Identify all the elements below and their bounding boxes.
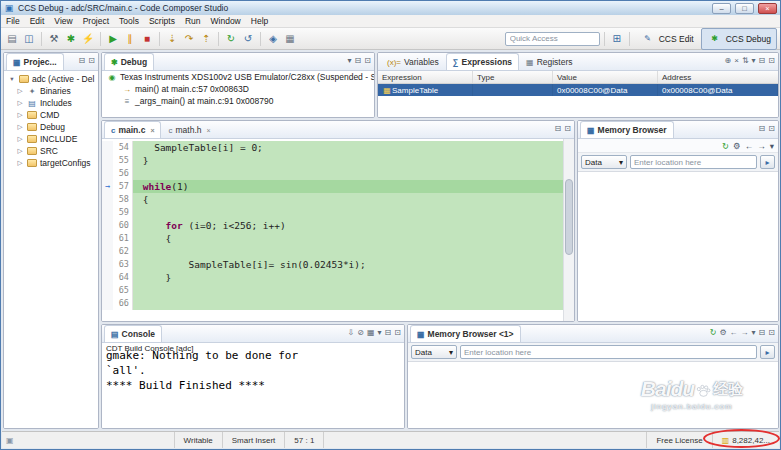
status-license[interactable]: Free License [646, 432, 712, 448]
back-icon[interactable]: ← [730, 328, 738, 337]
tab-math-h[interactable]: c math.h × [161, 121, 217, 138]
registers-button[interactable]: ▦ [282, 31, 298, 47]
terminate-button[interactable]: ■ [139, 31, 155, 47]
menu-help[interactable]: Help [246, 15, 273, 27]
flash-button[interactable]: ⚡ [80, 31, 96, 47]
memory-location-input[interactable] [460, 345, 757, 359]
gear-icon[interactable]: ⚙ [719, 328, 726, 337]
new-target-config-button[interactable]: ◈ [265, 31, 281, 47]
menu-view[interactable]: View [49, 15, 77, 27]
code-text[interactable]: { [133, 193, 574, 206]
code-line[interactable]: 58 { [102, 193, 574, 206]
tab-registers[interactable]: ▦ Registers [519, 53, 579, 70]
tree-item-project-adc[interactable]: ▾ adc (Active - Del [4, 73, 98, 85]
collapse-icon[interactable]: ▾ [8, 75, 16, 83]
minimize-button[interactable]: – [712, 3, 731, 14]
breakpoint-gutter[interactable] [102, 258, 113, 271]
tree-item-src[interactable]: ▷ SRC [4, 145, 98, 157]
code-editor[interactable]: 54 SampleTable[i] = 0; 55 } 56 →57 while… [102, 139, 574, 321]
new-button[interactable]: ▤ [4, 31, 20, 47]
breakpoint-gutter[interactable] [102, 232, 113, 245]
tree-item-cmd[interactable]: ▷ CMD [4, 109, 98, 121]
code-line[interactable]: 56 [102, 167, 574, 180]
view-menu-icon[interactable]: ▾ [348, 56, 352, 65]
code-text[interactable] [133, 284, 574, 297]
console-output[interactable]: gmake: Nothing to be done for`all'.**** … [102, 348, 404, 393]
maximize-panel-icon[interactable]: ⊡ [768, 328, 775, 337]
expand-icon[interactable]: ▷ [16, 87, 24, 95]
minimize-panel-icon[interactable]: ⊟ [759, 124, 766, 133]
memory-location-input[interactable] [630, 155, 757, 169]
memory-space-dropdown[interactable]: Data ▾ [411, 345, 457, 359]
tree-item-targetconfigs[interactable]: ▷ targetConfigs [4, 157, 98, 169]
code-line[interactable]: 63 SampleTable[i]= sin(0.02453*i); [102, 258, 574, 271]
restart-button[interactable]: ↻ [223, 31, 239, 47]
maximize-button[interactable]: □ [735, 3, 754, 14]
refresh-button[interactable]: ↺ [240, 31, 256, 47]
column-value[interactable]: Value [553, 71, 658, 83]
tab-console[interactable]: ▤ Console [104, 325, 162, 342]
add-expression-icon[interactable]: ⊕ [725, 56, 732, 65]
status-heap[interactable]: ▥ 8,282,42... [713, 432, 779, 448]
refresh-memory-icon[interactable]: ↻ [722, 141, 729, 151]
maximize-panel-icon[interactable]: ⊡ [768, 56, 775, 65]
code-line-current[interactable]: →57 while(1) [102, 180, 574, 193]
breakpoint-gutter[interactable] [102, 206, 113, 219]
quick-access-input[interactable] [505, 32, 600, 46]
refresh-memory-icon[interactable]: ↻ [710, 328, 717, 337]
code-line[interactable]: 54 SampleTable[i] = 0; [102, 141, 574, 154]
breakpoint-gutter[interactable] [102, 154, 113, 167]
minimize-panel-icon[interactable]: ⊟ [79, 56, 86, 65]
view-menu-icon[interactable]: ▾ [752, 56, 756, 65]
expand-icon[interactable]: ▷ [16, 111, 24, 119]
save-button[interactable]: ◫ [21, 31, 37, 47]
step-return-button[interactable]: ⇡ [198, 31, 214, 47]
debug-frame-row[interactable]: ≡ _args_main() at main.c:91 0x008790 [102, 95, 374, 107]
code-text[interactable] [133, 245, 574, 258]
tree-item-debug[interactable]: ▷ Debug [4, 121, 98, 133]
close-tab-icon[interactable]: × [150, 127, 154, 134]
view-menu-icon[interactable]: ▾ [770, 141, 774, 151]
go-button[interactable]: ▸ [760, 155, 775, 169]
tab-project-explorer[interactable]: ▦ Projec... [6, 53, 64, 70]
tab-debug[interactable]: ✱ Debug [104, 53, 154, 70]
code-text[interactable] [133, 206, 574, 219]
view-menu-icon[interactable]: ▾ [752, 328, 756, 337]
debug-frame-row-current[interactable]: → main() at main.c:57 0x00863D [102, 83, 374, 95]
menu-edit[interactable]: Edit [25, 15, 50, 27]
editor-scrollbar[interactable] [563, 139, 574, 321]
perspective-ccs-edit[interactable]: ✎ CCS Edit [634, 28, 700, 50]
menu-file[interactable]: File [1, 15, 25, 27]
sort-icon[interactable]: ⇅ [742, 56, 749, 65]
maximize-panel-icon[interactable]: ⊡ [364, 56, 371, 65]
tree-item-include[interactable]: ▷ INCLUDE [4, 133, 98, 145]
forward-icon[interactable]: → [741, 328, 749, 337]
close-button[interactable]: × [758, 3, 777, 14]
menu-scripts[interactable]: Scripts [144, 15, 180, 27]
breakpoint-gutter[interactable] [102, 271, 113, 284]
maximize-panel-icon[interactable]: ⊡ [88, 56, 95, 65]
maximize-panel-icon[interactable]: ⊡ [564, 124, 571, 133]
code-line[interactable]: 60 for (i=0; i<256; i++) [102, 219, 574, 232]
tree-item-binaries[interactable]: ▷ ✦ Binaries [4, 85, 98, 97]
minimize-panel-icon[interactable]: ⊟ [355, 56, 362, 65]
code-text[interactable]: SampleTable[i] = 0; [133, 141, 574, 154]
column-type[interactable]: Type [473, 71, 553, 83]
code-line[interactable]: 62 [102, 245, 574, 258]
clear-console-icon[interactable]: ▦ [367, 328, 375, 337]
maximize-panel-icon[interactable]: ⊡ [394, 328, 401, 337]
code-line[interactable]: 64 } [102, 271, 574, 284]
scroll-lock-icon[interactable]: ⇩ [348, 328, 355, 337]
breakpoint-gutter[interactable] [102, 141, 113, 154]
code-text[interactable]: SampleTable[i]= sin(0.02453*i); [133, 258, 574, 271]
watch-row-sampletable[interactable]: ▦ SampleTable 0x00008C00@Data 0x00008C00… [378, 84, 778, 96]
memory-space-dropdown[interactable]: Data ▾ [581, 155, 627, 169]
debug-thread-row[interactable]: ◉ Texas Instruments XDS100v2 USB Emulato… [102, 71, 374, 83]
forward-icon[interactable]: → [757, 141, 766, 151]
minimize-panel-icon[interactable]: ⊟ [555, 124, 562, 133]
pin-console-icon[interactable]: ⊘ [357, 328, 364, 337]
menu-window[interactable]: Window [206, 15, 246, 27]
minimize-panel-icon[interactable]: ⊟ [759, 56, 766, 65]
code-text[interactable]: { [133, 232, 574, 245]
code-text[interactable]: } [133, 154, 574, 167]
